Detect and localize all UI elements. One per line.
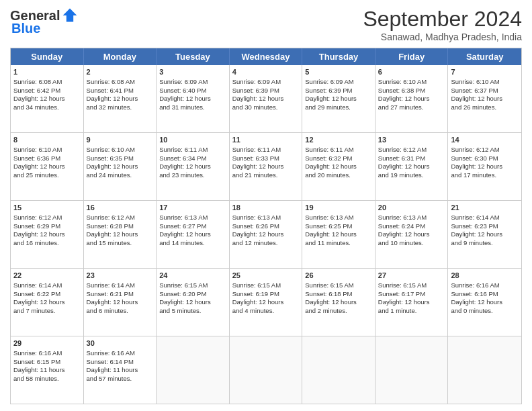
cell-w5-d5 xyxy=(375,336,449,404)
cell-w2-d5: 13Sunrise: 6:12 AMSunset: 6:31 PMDayligh… xyxy=(375,133,449,200)
cell-info-line: and 14 minutes. xyxy=(159,239,226,248)
cell-info-line: Sunset: 6:14 PM xyxy=(87,358,154,367)
cell-w5-d2 xyxy=(157,336,230,404)
cell-info-line: Sunrise: 6:15 AM xyxy=(159,281,226,290)
day-number: 12 xyxy=(305,135,372,145)
cell-info-line: and 16 minutes. xyxy=(13,239,81,248)
cell-info-line: Sunrise: 6:09 AM xyxy=(159,78,226,87)
cell-info-line: Daylight: 12 hours xyxy=(159,298,226,307)
logo: General Blue xyxy=(10,7,79,36)
title-section: September 2024 Sanawad, Madhya Pradesh, … xyxy=(363,7,522,42)
logo-icon xyxy=(61,7,79,24)
cell-info-line: Sunset: 6:35 PM xyxy=(87,154,154,163)
cell-info-line: Sunrise: 6:12 AM xyxy=(13,214,81,222)
cell-info-line: Sunset: 6:36 PM xyxy=(13,154,81,163)
cell-info-line: Sunrise: 6:10 AM xyxy=(378,78,445,87)
day-number: 10 xyxy=(159,135,226,145)
cell-info-line: Sunset: 6:20 PM xyxy=(159,290,226,299)
cell-info-line: Sunset: 6:39 PM xyxy=(305,87,372,95)
cell-info-line: Sunset: 6:18 PM xyxy=(305,290,372,299)
cell-info-line: Sunrise: 6:14 AM xyxy=(13,281,81,290)
cell-info-line: and 10 minutes. xyxy=(378,239,445,248)
cell-info-line: Sunset: 6:30 PM xyxy=(451,154,519,163)
cell-info-line: and 30 minutes. xyxy=(232,103,300,112)
cell-info-line: Sunrise: 6:13 AM xyxy=(305,214,372,222)
cell-info-line: Sunset: 6:24 PM xyxy=(378,222,445,231)
cell-info-line: and 7 minutes. xyxy=(13,307,81,316)
cell-info-line: Daylight: 12 hours xyxy=(13,95,81,103)
cell-info-line: Sunset: 6:16 PM xyxy=(451,290,519,299)
cell-info-line: Sunrise: 6:10 AM xyxy=(451,78,519,87)
day-number: 11 xyxy=(232,135,300,145)
cell-info-line: and 19 minutes. xyxy=(378,171,445,180)
cell-info-line: Daylight: 12 hours xyxy=(378,298,445,307)
cell-info-line: Daylight: 12 hours xyxy=(305,298,372,307)
cell-info-line: Sunset: 6:15 PM xyxy=(13,358,81,367)
cell-info-line: Daylight: 12 hours xyxy=(305,163,372,171)
cell-w5-d6 xyxy=(448,336,521,404)
cell-info-line: Daylight: 12 hours xyxy=(159,95,226,103)
cell-w4-d6: 28Sunrise: 6:16 AMSunset: 6:16 PMDayligh… xyxy=(448,269,521,336)
cell-info-line: Sunset: 6:31 PM xyxy=(378,154,445,163)
day-number: 24 xyxy=(159,271,226,281)
cell-info-line: Sunrise: 6:13 AM xyxy=(232,214,300,222)
day-number: 14 xyxy=(451,135,519,145)
cell-info-line: Daylight: 12 hours xyxy=(87,230,154,239)
cell-w4-d1: 23Sunrise: 6:14 AMSunset: 6:21 PMDayligh… xyxy=(84,269,157,336)
cell-info-line: and 27 minutes. xyxy=(378,103,445,112)
cell-w3-d2: 17Sunrise: 6:13 AMSunset: 6:27 PMDayligh… xyxy=(157,201,230,268)
header-sunday: Sunday xyxy=(11,48,84,65)
cell-info-line: Sunrise: 6:16 AM xyxy=(13,349,81,358)
cell-info-line: Sunset: 6:17 PM xyxy=(378,290,445,299)
cell-info-line: Daylight: 12 hours xyxy=(87,95,154,103)
cell-info-line: Daylight: 12 hours xyxy=(378,95,445,103)
cell-info-line: Daylight: 12 hours xyxy=(13,298,81,307)
day-number: 21 xyxy=(451,203,519,213)
month-title: September 2024 xyxy=(363,7,522,32)
cell-info-line: Sunrise: 6:15 AM xyxy=(305,281,372,290)
svg-marker-0 xyxy=(63,9,77,22)
day-number: 20 xyxy=(378,203,445,213)
cell-info-line: Sunrise: 6:12 AM xyxy=(451,146,519,154)
calendar: Sunday Monday Tuesday Wednesday Thursday… xyxy=(10,48,522,404)
day-number: 18 xyxy=(232,203,300,213)
cell-w1-d3: 4Sunrise: 6:09 AMSunset: 6:39 PMDaylight… xyxy=(230,65,303,132)
header-friday: Friday xyxy=(375,48,449,65)
cell-w4-d4: 26Sunrise: 6:15 AMSunset: 6:18 PMDayligh… xyxy=(302,269,375,336)
cell-info-line: Sunset: 6:26 PM xyxy=(232,222,300,231)
day-number: 29 xyxy=(13,338,81,349)
cell-info-line: Sunset: 6:40 PM xyxy=(159,87,226,95)
cell-info-line: Sunset: 6:27 PM xyxy=(159,222,226,231)
cell-info-line: Sunrise: 6:15 AM xyxy=(378,281,445,290)
cell-info-line: Sunrise: 6:08 AM xyxy=(87,78,154,87)
cell-info-line: Sunrise: 6:08 AM xyxy=(13,78,81,87)
cell-info-line: and 12 minutes. xyxy=(232,239,300,248)
logo-blue-text: Blue xyxy=(10,21,40,36)
cell-info-line: and 58 minutes. xyxy=(13,375,81,383)
day-number: 1 xyxy=(13,67,81,77)
day-number: 22 xyxy=(13,271,81,281)
cell-info-line: Daylight: 11 hours xyxy=(13,366,81,375)
header-wednesday: Wednesday xyxy=(230,48,303,65)
cell-w3-d4: 19Sunrise: 6:13 AMSunset: 6:25 PMDayligh… xyxy=(302,201,375,268)
cell-w2-d3: 11Sunrise: 6:11 AMSunset: 6:33 PMDayligh… xyxy=(230,133,303,200)
cell-w4-d3: 25Sunrise: 6:15 AMSunset: 6:19 PMDayligh… xyxy=(230,269,303,336)
day-number: 7 xyxy=(451,67,519,77)
day-number: 4 xyxy=(232,67,300,77)
cell-info-line: Sunset: 6:23 PM xyxy=(451,222,519,231)
cell-w1-d0: 1Sunrise: 6:08 AMSunset: 6:42 PMDaylight… xyxy=(11,65,84,132)
cell-info-line: Sunset: 6:41 PM xyxy=(87,87,154,95)
cell-info-line: Daylight: 12 hours xyxy=(451,163,519,171)
cell-w2-d2: 10Sunrise: 6:11 AMSunset: 6:34 PMDayligh… xyxy=(157,133,230,200)
cell-w4-d0: 22Sunrise: 6:14 AMSunset: 6:22 PMDayligh… xyxy=(11,269,84,336)
location: Sanawad, Madhya Pradesh, India xyxy=(363,32,522,42)
cell-w4-d5: 27Sunrise: 6:15 AMSunset: 6:17 PMDayligh… xyxy=(375,269,449,336)
cell-info-line: and 4 minutes. xyxy=(232,307,300,316)
cell-info-line: Daylight: 12 hours xyxy=(87,163,154,171)
day-number: 9 xyxy=(87,135,154,145)
cell-info-line: Sunset: 6:19 PM xyxy=(232,290,300,299)
cell-info-line: Sunset: 6:29 PM xyxy=(13,222,81,231)
day-number: 13 xyxy=(378,135,445,145)
cell-info-line: Sunset: 6:42 PM xyxy=(13,87,81,95)
cell-info-line: Sunrise: 6:16 AM xyxy=(87,349,154,358)
